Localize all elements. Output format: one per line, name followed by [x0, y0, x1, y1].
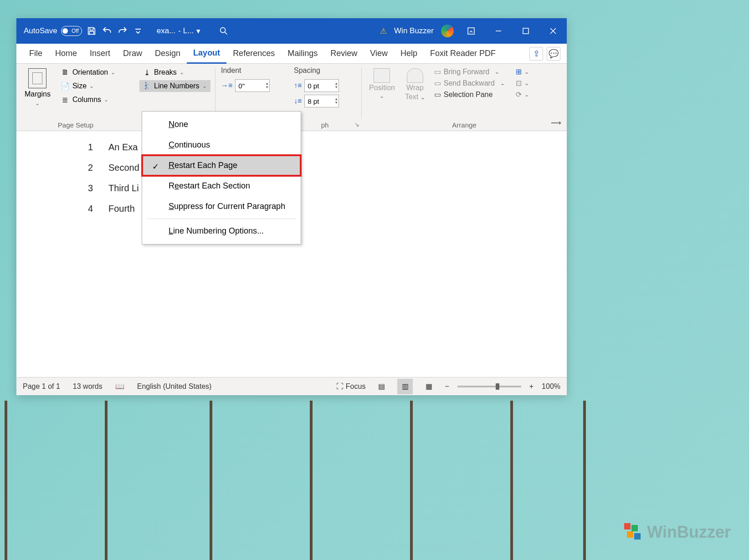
spacing-label: Spacing — [294, 66, 356, 75]
language-indicator[interactable]: English (United States) — [137, 382, 212, 391]
watermark: WinBuzzer — [624, 523, 731, 542]
autosave-state: Off — [72, 28, 79, 34]
ribbon-tabs: File Home Insert Draw Design Layout Refe… — [16, 44, 567, 64]
dd-continuous[interactable]: Continuous — [142, 135, 301, 155]
spinner-down[interactable]: ▼ — [265, 86, 269, 89]
redo-icon[interactable] — [117, 25, 128, 37]
titlebar: AutoSave Off exa... - L... ▾ ⚠ Win Buzze… — [16, 18, 567, 44]
dd-restart-each-page[interactable]: ✓ Restart Each Page — [142, 155, 301, 176]
quick-access-more-icon[interactable] — [132, 25, 144, 37]
rotate-button: ⟳⌄ — [514, 89, 531, 100]
winbuzzer-logo-icon — [624, 523, 642, 541]
tab-view[interactable]: View — [364, 44, 394, 64]
dd-none[interactable]: None — [142, 114, 301, 135]
zoom-slider[interactable] — [457, 386, 521, 387]
line-number: 1 — [85, 142, 93, 153]
wrap-text-icon — [407, 68, 423, 83]
breaks-icon: ⤓ — [142, 69, 151, 76]
tab-help[interactable]: Help — [394, 44, 424, 64]
bring-forward-button: ▭Bring Forward⌄ — [432, 66, 507, 77]
save-icon[interactable] — [86, 25, 97, 37]
maximize-button[interactable] — [516, 22, 536, 40]
word-count[interactable]: 13 words — [73, 382, 103, 391]
size-icon: 📄 — [61, 82, 70, 90]
svg-point-0 — [221, 28, 226, 33]
close-button[interactable] — [543, 22, 563, 40]
margins-icon — [28, 68, 46, 88]
breaks-button[interactable]: ⤓Breaks⌄ — [139, 66, 210, 78]
chevron-down-icon: ⌄ — [35, 100, 40, 107]
zoom-out-button[interactable]: − — [445, 382, 449, 391]
spacing-before-input[interactable] — [304, 79, 339, 92]
comments-button[interactable]: 💬 — [547, 47, 560, 61]
chevron-down-icon: ▾ — [196, 26, 200, 36]
indent-left-icon: →≡ — [221, 81, 232, 90]
minimize-button[interactable] — [488, 22, 508, 40]
divider — [147, 219, 296, 219]
group-label-arrange: Arrange — [362, 121, 567, 129]
align-icon: ⊞ — [516, 67, 522, 76]
line-numbers-button[interactable]: 1-2-Line Numbers⌄ — [139, 80, 210, 92]
dd-options[interactable]: Line Numbering Options... — [142, 221, 301, 241]
focus-mode-button[interactable]: ⛶ Focus — [336, 382, 365, 391]
share-button[interactable]: ⇪ — [529, 47, 543, 61]
tab-mailings[interactable]: Mailings — [281, 44, 324, 64]
web-layout-icon[interactable]: ▦ — [421, 379, 436, 394]
tab-design[interactable]: Design — [149, 44, 187, 64]
margins-button[interactable]: Margins ⌄ — [21, 66, 54, 108]
orientation-icon: 🗎 — [61, 69, 70, 76]
pin-ribbon-icon[interactable]: ⟿ — [551, 118, 561, 127]
line-numbers-dropdown: None Continuous ✓ Restart Each Page Rees… — [142, 111, 301, 244]
print-layout-icon[interactable]: ▥ — [397, 379, 413, 394]
bring-forward-icon: ▭ — [434, 67, 441, 76]
checkmark-icon: ✓ — [152, 162, 159, 172]
tab-foxit[interactable]: Foxit Reader PDF — [424, 44, 502, 64]
tab-review[interactable]: Review — [324, 44, 364, 64]
spacing-after-input[interactable] — [304, 95, 339, 107]
line-numbers-icon: 1-2- — [142, 82, 151, 90]
send-backward-icon: ▭ — [434, 79, 441, 87]
send-backward-button: ▭Send Backward⌄ — [432, 78, 507, 88]
zoom-level[interactable]: 100% — [542, 382, 560, 391]
read-mode-icon[interactable]: ▤ — [374, 379, 389, 394]
tab-layout[interactable]: Layout — [187, 44, 226, 64]
paragraph-launcher[interactable]: ↘ — [354, 121, 359, 128]
group-button: ⊡⌄ — [514, 78, 531, 88]
autosave-toggle[interactable]: AutoSave Off — [24, 26, 82, 36]
search-icon[interactable] — [218, 25, 230, 37]
tab-home[interactable]: Home — [49, 44, 83, 64]
tab-insert[interactable]: Insert — [83, 44, 117, 64]
position-button: Position⌄ — [366, 66, 398, 103]
warning-icon[interactable]: ⚠ — [380, 26, 387, 36]
tab-draw[interactable]: Draw — [117, 44, 149, 64]
indent-left-input[interactable] — [235, 79, 270, 92]
undo-icon[interactable] — [101, 25, 113, 37]
document-name[interactable]: exa... - L... ▾ — [157, 26, 201, 36]
word-window: AutoSave Off exa... - L... ▾ ⚠ Win Buzze… — [16, 18, 567, 395]
toggle-switch[interactable]: Off — [61, 26, 82, 36]
columns-icon: ≣ — [61, 96, 70, 103]
statusbar: Page 1 of 1 13 words 📖 English (United S… — [16, 377, 567, 395]
spacing-before-icon: ↑≡ — [294, 81, 302, 90]
columns-button[interactable]: ≣Columns⌄ — [58, 94, 118, 106]
autosave-label: AutoSave — [24, 26, 57, 36]
orientation-button[interactable]: 🗎Orientation⌄ — [58, 66, 118, 78]
tab-file[interactable]: File — [23, 44, 49, 64]
page-indicator[interactable]: Page 1 of 1 — [23, 382, 60, 391]
align-button[interactable]: ⊞⌄ — [514, 66, 531, 77]
tab-references[interactable]: References — [226, 44, 281, 64]
zoom-in-button[interactable]: + — [529, 382, 534, 391]
user-name[interactable]: Win Buzzer — [394, 26, 434, 36]
spell-check-icon[interactable]: 📖 — [115, 382, 124, 391]
rotate-icon: ⟳ — [516, 90, 522, 99]
group-label-page-setup: Page Setup — [16, 121, 135, 129]
avatar[interactable] — [441, 25, 454, 37]
size-button[interactable]: 📄Size⌄ — [58, 80, 118, 92]
wrap-text-button: Wrap Text ⌄ — [402, 66, 428, 103]
selection-pane-button[interactable]: ▭Selection Pane — [432, 89, 507, 100]
indent-label: Indent — [221, 66, 283, 75]
dd-restart-each-section[interactable]: Reestart Each Section — [142, 176, 301, 196]
dd-suppress[interactable]: Suppress for Current Paragraph — [142, 196, 301, 217]
spacing-after-icon: ↓≡ — [294, 97, 302, 105]
ribbon-display-icon[interactable] — [461, 22, 481, 40]
